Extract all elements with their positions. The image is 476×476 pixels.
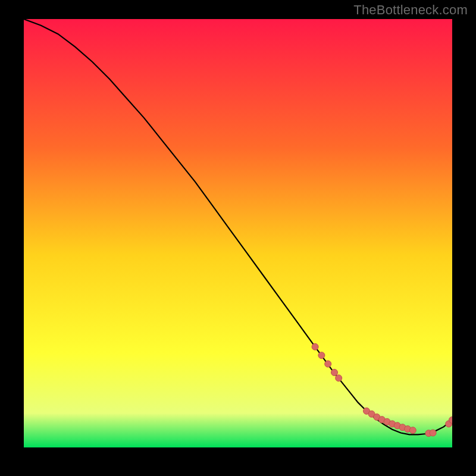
marker-point xyxy=(312,343,318,350)
marker-point xyxy=(336,375,342,381)
marker-point xyxy=(331,369,338,376)
plot-svg xyxy=(24,19,452,447)
chart-container: TheBottleneck.com xyxy=(0,0,476,476)
gradient-background xyxy=(24,19,452,447)
marker-point xyxy=(318,352,325,359)
marker-point xyxy=(409,427,416,434)
marker-point xyxy=(325,361,331,367)
watermark-label: TheBottleneck.com xyxy=(353,2,468,18)
marker-point xyxy=(430,430,436,436)
plot-area xyxy=(24,19,452,447)
